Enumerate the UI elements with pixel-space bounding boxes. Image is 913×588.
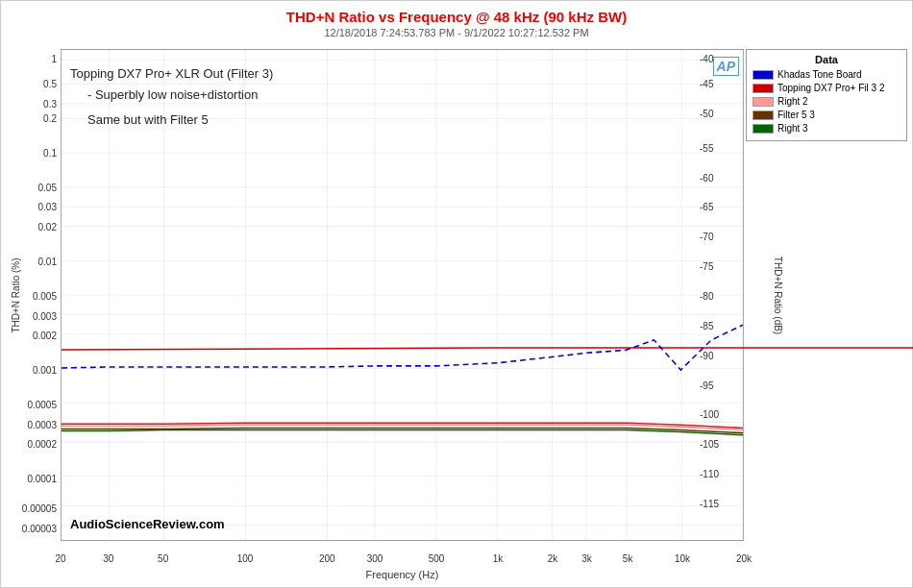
x-tick: 200: [319, 553, 335, 564]
annotation-line2: - Superbly low noise+distortion: [87, 87, 258, 102]
y-right-tick: -110: [700, 469, 719, 479]
y-right-tick: -105: [700, 439, 719, 450]
y-right-tick: -55: [700, 142, 713, 153]
y-left-tick: 0.3: [3, 98, 57, 109]
legend-item-label: Filter 5 3: [777, 110, 815, 120]
y-right-tick: -50: [700, 108, 713, 118]
right3-line: [62, 430, 743, 435]
y-right-tick: -40: [700, 54, 713, 64]
legend-item-label: Khadas Tone Board: [777, 69, 862, 80]
y-right-tick: -65: [700, 202, 713, 212]
annotation-line1: Topping DX7 Pro+ XLR Out (Filter 3): [70, 66, 273, 81]
x-tick: 20k: [736, 553, 752, 564]
x-tick: 3k: [581, 553, 592, 564]
legend-item-label: Right 3: [777, 123, 808, 134]
y-left-tick: 1: [3, 54, 57, 64]
y-right-tick: -85: [700, 320, 713, 331]
legend-color-box: [753, 70, 774, 80]
x-tick: 1k: [493, 553, 504, 564]
legend-item: Filter 5 3: [753, 110, 901, 120]
y-left-tick: 0.00005: [3, 503, 57, 514]
x-tick: 20: [55, 553, 65, 564]
y-left-tick: 0.003: [3, 310, 57, 321]
legend-title: Data: [753, 54, 901, 65]
y-left-tick: 0.001: [3, 365, 57, 376]
y-left-tick: 0.01: [3, 257, 57, 267]
x-tick: 100: [237, 553, 254, 564]
y-left-tick: 0.002: [3, 331, 57, 341]
legend: Data Khadas Tone BoardTopping DX7 Pro+ F…: [746, 49, 907, 141]
y-left-tick: 0.005: [3, 291, 57, 302]
x-tick: 500: [429, 553, 445, 564]
x-tick: 2k: [548, 553, 558, 564]
x-tick: 10k: [675, 553, 690, 564]
y-left-tick: 0.0005: [3, 400, 57, 410]
y-right-tick: -90: [700, 350, 713, 360]
legend-color-box: [753, 124, 774, 134]
y-right-tick: -115: [700, 498, 719, 508]
y-right-tick: -75: [700, 261, 713, 272]
legend-item-label: Topping DX7 Pro+ Fil 3 2: [777, 83, 884, 93]
annotation-line3: Same but with Filter 5: [87, 112, 209, 127]
ap-logo: AP: [713, 57, 739, 76]
y-left-tick: 0.00003: [3, 523, 57, 533]
y-axis-left: 10.50.30.20.10.050.030.020.010.0050.0030…: [1, 49, 61, 541]
watermark: AudioScienceReview.com: [70, 517, 225, 531]
legend-item: Topping DX7 Pro+ Fil 3 2: [753, 83, 901, 93]
y-right-tick: -60: [700, 172, 713, 183]
y-left-tick: 0.03: [3, 202, 57, 212]
y-left-tick: 0.0001: [3, 474, 57, 484]
y-left-tick: 0.0003: [3, 419, 57, 429]
x-tick: 30: [103, 553, 113, 564]
y-left-tick: 0.2: [3, 112, 57, 123]
legend-item: Right 3: [753, 123, 901, 134]
y-right-tick: -45: [700, 78, 713, 88]
legend-item: Right 2: [753, 96, 901, 107]
x-tick: 300: [367, 553, 383, 564]
x-tick: 50: [158, 553, 168, 564]
y-right-tick: -95: [700, 380, 713, 390]
khadas-line: [62, 325, 743, 370]
chart-title: THD+N Ratio vs Frequency @ 48 kHz (90 kH…: [1, 1, 912, 27]
y-left-tick: 0.0002: [3, 439, 57, 450]
y-right-tick: -80: [700, 291, 713, 302]
legend-color-box: [753, 110, 774, 120]
y-left-tick: 0.05: [3, 182, 57, 192]
y-left-tick: 0.1: [3, 147, 57, 158]
legend-item: Khadas Tone Board: [753, 69, 901, 80]
y-right-tick: -100: [700, 409, 719, 420]
y-left-tick: 0.02: [3, 222, 57, 233]
legend-item-label: Right 2: [777, 96, 808, 107]
x-axis: 2030501002003005001k2k3k5k10k20k: [61, 541, 744, 568]
y-axis-right-title: THD+N Ratio (dB): [774, 256, 784, 333]
y-axis-right: -40-45-50-55-60-65-70-75-80-85-90-95-100…: [696, 49, 744, 541]
legend-color-box: [753, 97, 774, 107]
y-right-tick: -70: [700, 232, 713, 242]
y-left-tick: 0.5: [3, 78, 57, 88]
chart-subtitle: 12/18/2018 7:24:53.783 PM - 9/1/2022 10:…: [1, 27, 912, 38]
legend-color-box: [753, 84, 774, 93]
x-axis-title: Frequency (Hz): [366, 569, 439, 580]
x-tick: 5k: [623, 553, 633, 564]
chart-container: THD+N Ratio vs Frequency @ 48 kHz (90 kH…: [0, 0, 913, 588]
